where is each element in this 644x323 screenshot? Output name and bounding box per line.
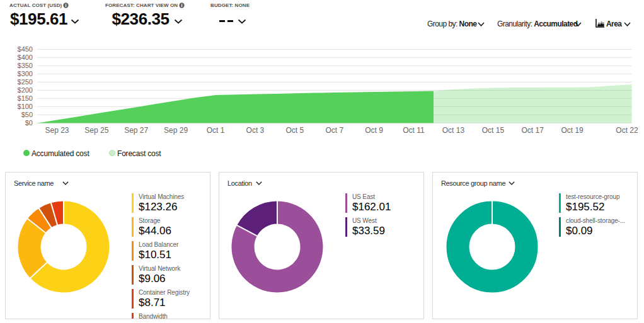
- svg-text:Oct 5: Oct 5: [285, 126, 304, 135]
- svg-text:Oct 15: Oct 15: [482, 126, 505, 135]
- svg-text:Oct 17: Oct 17: [522, 126, 544, 135]
- svg-text:Sep 25: Sep 25: [84, 126, 108, 135]
- svg-text:$350: $350: [18, 62, 33, 69]
- svg-text:$0: $0: [25, 119, 33, 127]
- svg-text:Oct 11: Oct 11: [403, 126, 425, 135]
- svg-text:$250: $250: [18, 78, 33, 86]
- svg-text:Oct 1: Oct 1: [207, 126, 225, 135]
- svg-text:$300: $300: [18, 70, 33, 77]
- svg-text:$400: $400: [18, 54, 33, 61]
- svg-text:$450: $450: [18, 45, 33, 53]
- svg-text:Oct 13: Oct 13: [442, 126, 465, 135]
- svg-text:Sep 23: Sep 23: [45, 126, 69, 135]
- svg-text:Sep 27: Sep 27: [124, 126, 148, 135]
- svg-text:$100: $100: [18, 103, 33, 110]
- svg-text:$150: $150: [18, 94, 33, 102]
- svg-text:Sep 29: Sep 29: [164, 126, 188, 135]
- svg-text:Oct 9: Oct 9: [365, 126, 383, 135]
- svg-text:Oct 7: Oct 7: [325, 126, 343, 135]
- svg-text:Oct 3: Oct 3: [246, 126, 265, 135]
- svg-text:Oct 22: Oct 22: [616, 126, 638, 135]
- svg-text:Oct 19: Oct 19: [561, 126, 584, 135]
- svg-text:$50: $50: [21, 111, 33, 118]
- svg-text:$200: $200: [18, 86, 33, 94]
